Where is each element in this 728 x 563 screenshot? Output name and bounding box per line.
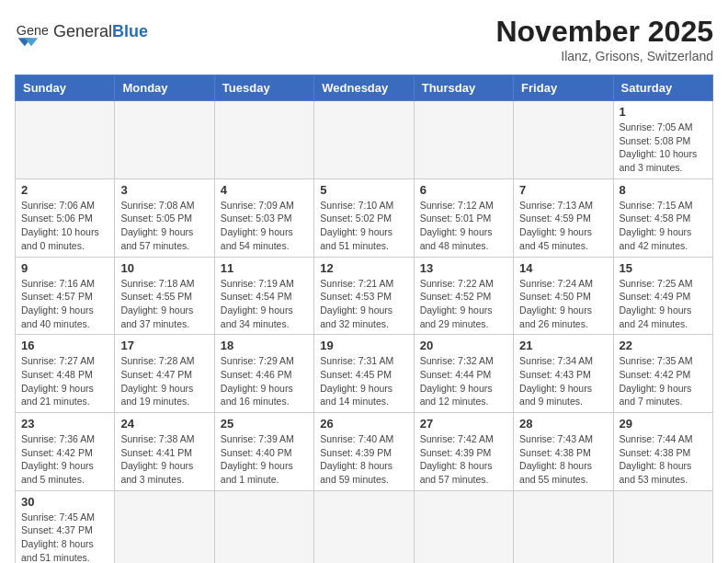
day-info: Sunrise: 7:19 AM Sunset: 4:54 PM Dayligh… bbox=[221, 277, 308, 331]
header: General GeneralBlue November 2025 Ilanz,… bbox=[15, 15, 713, 63]
week-row-4: 16Sunrise: 7:27 AM Sunset: 4:48 PM Dayli… bbox=[16, 335, 713, 413]
day-cell bbox=[115, 101, 214, 179]
day-number: 1 bbox=[620, 105, 707, 119]
day-info: Sunrise: 7:40 AM Sunset: 4:39 PM Dayligh… bbox=[320, 432, 407, 487]
day-cell: 18Sunrise: 7:29 AM Sunset: 4:46 PM Dayli… bbox=[214, 335, 313, 413]
day-info: Sunrise: 7:12 AM Sunset: 5:01 PM Dayligh… bbox=[420, 199, 507, 253]
day-cell bbox=[613, 490, 712, 563]
day-number: 13 bbox=[420, 261, 507, 275]
day-number: 14 bbox=[519, 261, 607, 275]
day-cell: 22Sunrise: 7:35 AM Sunset: 4:42 PM Dayli… bbox=[613, 335, 712, 413]
day-info: Sunrise: 7:36 AM Sunset: 4:42 PM Dayligh… bbox=[21, 432, 108, 487]
day-number: 7 bbox=[519, 183, 607, 197]
title-area: November 2025 Ilanz, Grisons, Switzerlan… bbox=[495, 15, 713, 63]
day-number: 26 bbox=[320, 417, 407, 431]
day-number: 17 bbox=[120, 339, 208, 352]
weekday-header-friday: Friday bbox=[514, 75, 613, 101]
day-cell: 13Sunrise: 7:22 AM Sunset: 4:52 PM Dayli… bbox=[414, 257, 513, 335]
week-row-1: 1Sunrise: 7:05 AM Sunset: 5:08 PM Daylig… bbox=[16, 101, 713, 179]
day-number: 28 bbox=[519, 417, 607, 431]
svg-text:General: General bbox=[17, 23, 48, 38]
day-cell: 1Sunrise: 7:05 AM Sunset: 5:08 PM Daylig… bbox=[613, 101, 712, 179]
day-info: Sunrise: 7:15 AM Sunset: 4:58 PM Dayligh… bbox=[620, 199, 707, 253]
day-cell: 8Sunrise: 7:15 AM Sunset: 4:58 PM Daylig… bbox=[613, 178, 712, 257]
day-cell: 29Sunrise: 7:44 AM Sunset: 4:38 PM Dayli… bbox=[613, 413, 712, 491]
day-info: Sunrise: 7:27 AM Sunset: 4:48 PM Dayligh… bbox=[21, 354, 108, 408]
day-cell: 27Sunrise: 7:42 AM Sunset: 4:39 PM Dayli… bbox=[414, 413, 513, 491]
day-cell: 7Sunrise: 7:13 AM Sunset: 4:59 PM Daylig… bbox=[514, 178, 613, 257]
day-number: 6 bbox=[420, 183, 507, 197]
logo: General GeneralBlue bbox=[15, 15, 148, 48]
weekday-header-thursday: Thursday bbox=[414, 75, 513, 101]
day-info: Sunrise: 7:25 AM Sunset: 4:49 PM Dayligh… bbox=[620, 277, 707, 331]
day-info: Sunrise: 7:28 AM Sunset: 4:47 PM Dayligh… bbox=[120, 354, 208, 408]
day-cell: 17Sunrise: 7:28 AM Sunset: 4:47 PM Dayli… bbox=[115, 335, 214, 413]
day-info: Sunrise: 7:34 AM Sunset: 4:43 PM Dayligh… bbox=[519, 354, 607, 408]
day-info: Sunrise: 7:43 AM Sunset: 4:38 PM Dayligh… bbox=[519, 432, 607, 487]
day-info: Sunrise: 7:13 AM Sunset: 4:59 PM Dayligh… bbox=[519, 199, 607, 253]
day-number: 12 bbox=[320, 261, 407, 275]
day-number: 4 bbox=[221, 183, 308, 197]
weekday-header-wednesday: Wednesday bbox=[314, 75, 414, 101]
day-cell: 16Sunrise: 7:27 AM Sunset: 4:48 PM Dayli… bbox=[16, 335, 115, 413]
day-number: 30 bbox=[21, 495, 108, 509]
day-info: Sunrise: 7:09 AM Sunset: 5:03 PM Dayligh… bbox=[221, 199, 308, 253]
day-cell: 9Sunrise: 7:16 AM Sunset: 4:57 PM Daylig… bbox=[16, 257, 115, 335]
day-info: Sunrise: 7:39 AM Sunset: 4:40 PM Dayligh… bbox=[221, 432, 308, 487]
weekday-header-sunday: Sunday bbox=[16, 75, 115, 101]
day-cell: 26Sunrise: 7:40 AM Sunset: 4:39 PM Dayli… bbox=[314, 413, 414, 491]
weekday-header-row: SundayMondayTuesdayWednesdayThursdayFrid… bbox=[16, 75, 713, 101]
day-cell bbox=[314, 490, 414, 563]
day-info: Sunrise: 7:32 AM Sunset: 4:44 PM Dayligh… bbox=[420, 354, 507, 408]
day-info: Sunrise: 7:24 AM Sunset: 4:50 PM Dayligh… bbox=[519, 277, 607, 331]
month-title: November 2025 bbox=[495, 15, 713, 49]
day-cell: 30Sunrise: 7:45 AM Sunset: 4:37 PM Dayli… bbox=[16, 490, 115, 563]
day-info: Sunrise: 7:35 AM Sunset: 4:42 PM Dayligh… bbox=[620, 354, 707, 408]
day-info: Sunrise: 7:08 AM Sunset: 5:05 PM Dayligh… bbox=[120, 199, 208, 253]
week-row-6: 30Sunrise: 7:45 AM Sunset: 4:37 PM Dayli… bbox=[16, 490, 713, 563]
calendar-table: SundayMondayTuesdayWednesdayThursdayFrid… bbox=[15, 75, 713, 563]
day-cell: 19Sunrise: 7:31 AM Sunset: 4:45 PM Dayli… bbox=[314, 335, 414, 413]
day-cell: 11Sunrise: 7:19 AM Sunset: 4:54 PM Dayli… bbox=[214, 257, 313, 335]
day-cell bbox=[514, 490, 613, 563]
day-number: 27 bbox=[420, 417, 507, 431]
day-info: Sunrise: 7:18 AM Sunset: 4:55 PM Dayligh… bbox=[120, 277, 208, 331]
day-cell bbox=[115, 490, 214, 563]
day-cell bbox=[414, 490, 513, 563]
day-cell: 21Sunrise: 7:34 AM Sunset: 4:43 PM Dayli… bbox=[514, 335, 613, 413]
day-cell bbox=[16, 101, 115, 179]
day-cell bbox=[414, 101, 513, 179]
day-number: 18 bbox=[221, 339, 308, 352]
day-cell: 4Sunrise: 7:09 AM Sunset: 5:03 PM Daylig… bbox=[214, 178, 313, 257]
weekday-header-saturday: Saturday bbox=[613, 75, 712, 101]
day-info: Sunrise: 7:21 AM Sunset: 4:53 PM Dayligh… bbox=[320, 277, 407, 331]
weekday-header-monday: Monday bbox=[115, 75, 214, 101]
generalblue-logo-icon: General bbox=[15, 15, 48, 48]
day-cell: 10Sunrise: 7:18 AM Sunset: 4:55 PM Dayli… bbox=[115, 257, 214, 335]
day-number: 19 bbox=[320, 339, 407, 352]
day-info: Sunrise: 7:10 AM Sunset: 5:02 PM Dayligh… bbox=[320, 199, 407, 253]
day-number: 25 bbox=[221, 417, 308, 431]
day-info: Sunrise: 7:22 AM Sunset: 4:52 PM Dayligh… bbox=[420, 277, 507, 331]
day-info: Sunrise: 7:42 AM Sunset: 4:39 PM Dayligh… bbox=[420, 432, 507, 487]
week-row-3: 9Sunrise: 7:16 AM Sunset: 4:57 PM Daylig… bbox=[16, 257, 713, 335]
day-number: 21 bbox=[519, 339, 607, 352]
day-number: 29 bbox=[620, 417, 707, 431]
day-number: 22 bbox=[620, 339, 707, 352]
day-info: Sunrise: 7:05 AM Sunset: 5:08 PM Dayligh… bbox=[620, 121, 707, 175]
day-info: Sunrise: 7:16 AM Sunset: 4:57 PM Dayligh… bbox=[21, 277, 108, 331]
day-cell: 6Sunrise: 7:12 AM Sunset: 5:01 PM Daylig… bbox=[414, 178, 513, 257]
logo-text-bold: Blue bbox=[112, 22, 148, 40]
day-cell: 24Sunrise: 7:38 AM Sunset: 4:41 PM Dayli… bbox=[115, 413, 214, 491]
day-cell bbox=[214, 490, 313, 563]
day-cell: 23Sunrise: 7:36 AM Sunset: 4:42 PM Dayli… bbox=[16, 413, 115, 491]
day-number: 5 bbox=[320, 183, 407, 197]
day-number: 2 bbox=[21, 183, 108, 197]
day-number: 8 bbox=[620, 183, 707, 197]
day-info: Sunrise: 7:38 AM Sunset: 4:41 PM Dayligh… bbox=[120, 432, 208, 487]
day-cell bbox=[314, 101, 414, 179]
day-number: 10 bbox=[120, 261, 208, 275]
day-cell: 2Sunrise: 7:06 AM Sunset: 5:06 PM Daylig… bbox=[16, 178, 115, 257]
day-cell: 28Sunrise: 7:43 AM Sunset: 4:38 PM Dayli… bbox=[514, 413, 613, 491]
day-number: 11 bbox=[221, 261, 308, 275]
